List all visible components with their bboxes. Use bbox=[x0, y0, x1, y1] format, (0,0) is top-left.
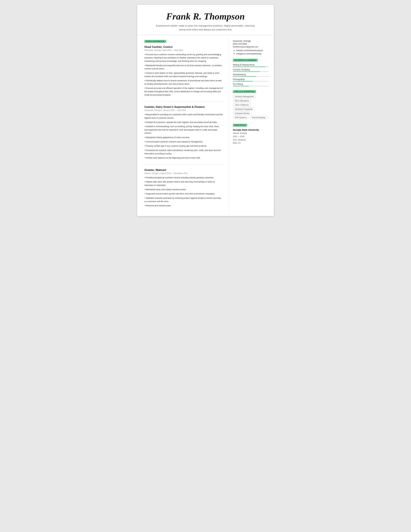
interest-item: Photography bbox=[233, 78, 269, 82]
interests-section: INTERESTS & HOBBIES Writing & Playing Mu… bbox=[233, 58, 269, 86]
skill-tag: Stocking & Supplying bbox=[233, 107, 255, 111]
job-bullet: • Ensured accurate and efficient operati… bbox=[144, 86, 223, 96]
edu-block: Georgia State University Atlanta, Georgi… bbox=[233, 129, 269, 145]
interest-bar-bg bbox=[233, 76, 269, 77]
linkedin-url: linkedin.com/in/frankrthompson bbox=[236, 49, 263, 52]
contact-location: Savannah, Georgia bbox=[233, 40, 269, 42]
job-bullet: • Arrived to work station on time, appro… bbox=[144, 71, 223, 78]
interests-block: Writing & Playing Music Ceramic Sculptin… bbox=[233, 64, 269, 86]
skill-tag: Record Keeping bbox=[250, 116, 267, 119]
resume-page: Frank R. Thompson Experienced cashier re… bbox=[137, 5, 274, 216]
job-bullet: • Ensured each customer receives outstan… bbox=[144, 53, 223, 63]
job-bullet: • Assisted in merchandising, such as sto… bbox=[144, 125, 223, 135]
interests-label: INTERESTS & HOBBIES bbox=[233, 59, 258, 62]
left-column: WORK EXPERIENCE Head Cashier, Costco Sav… bbox=[137, 35, 229, 216]
contact-phone: (912) 224-9452 bbox=[233, 43, 269, 45]
job-title: Greeter, Walmart bbox=[144, 169, 223, 172]
edu-school: Georgia State University bbox=[233, 129, 269, 131]
interest-bar-fill bbox=[233, 81, 253, 82]
header-section: Frank R. Thompson Experienced cashier re… bbox=[137, 5, 274, 35]
interest-label: Fly Fishing bbox=[233, 83, 269, 85]
job-block: Cashier, Dairy Green's Supermarket & Flo… bbox=[144, 105, 223, 165]
edu-gpa: GPA: 3.2 bbox=[233, 142, 269, 145]
interest-label: Ceramic Sculpting bbox=[233, 68, 269, 71]
interest-item: Ceramic Sculpting bbox=[233, 68, 269, 72]
interest-bar-fill bbox=[233, 66, 265, 67]
body-section: WORK EXPERIENCE Head Cashier, Costco Sav… bbox=[137, 35, 274, 216]
contact-email: frankthompson@gmail.com bbox=[233, 46, 269, 48]
instagram-url: instagram.com/in/quitefrankly bbox=[236, 53, 261, 55]
interest-item: Writing & Playing Music bbox=[233, 64, 269, 67]
work-experience-label: WORK EXPERIENCE bbox=[144, 40, 166, 43]
job-bullet: • Properly verified age of any customer … bbox=[144, 144, 223, 148]
skill-tag: Order Fulfillment bbox=[233, 103, 251, 106]
job-bullet: • Communicated customer concerns and req… bbox=[144, 140, 223, 143]
job-bullet: • Retrieved and stocked carts. bbox=[144, 204, 223, 208]
job-bullet: • Greeted all customers, operate the cas… bbox=[144, 121, 223, 124]
job-bullet: • Maintained clean and orderly checkout … bbox=[144, 188, 223, 191]
skill-tag: Inventory Management bbox=[233, 95, 256, 98]
job-bullet: • Processed all customer sales transacti… bbox=[144, 149, 223, 155]
interest-bar-fill bbox=[233, 76, 256, 77]
candidate-name: Frank R. Thompson bbox=[147, 11, 264, 22]
skill-tag: POS Systems bbox=[233, 116, 249, 119]
job-bullet: • Helped sales desk with product returns… bbox=[144, 180, 223, 187]
job-title: Head Cashier, Costco bbox=[144, 45, 223, 49]
edu-years: 2012 — 2016 bbox=[233, 135, 269, 138]
tagline: Experienced cashier ready to grow into m… bbox=[156, 24, 255, 31]
education-section: EDUCATION Georgia State University Atlan… bbox=[233, 124, 269, 145]
interest-bar-fill bbox=[233, 71, 260, 72]
interest-bar-bg bbox=[233, 66, 269, 67]
skills-section: SKILLS & EXPERTISE Inventory Management … bbox=[233, 90, 269, 120]
interest-bar-fill bbox=[233, 86, 249, 86]
skill-tag: Store Operations bbox=[233, 99, 251, 102]
job-bullet: • Periodically walked store to ensure aw… bbox=[144, 79, 223, 86]
job-bullet: • Maintained orderly appearance of check… bbox=[144, 136, 223, 139]
interest-bar-bg bbox=[233, 86, 269, 86]
interest-label: Writing & Playing Music bbox=[233, 64, 269, 66]
linkedin-line: in linkedin.com/in/frankrthompson bbox=[233, 49, 269, 52]
interest-bar-bg bbox=[233, 71, 269, 72]
job-block: Head Cashier, Costco Savannah, Georgia •… bbox=[144, 45, 223, 102]
instagram-icon: ⊙ bbox=[233, 52, 235, 55]
right-column: Savannah, Georgia (912) 224-9452 frankth… bbox=[229, 35, 274, 216]
job-meta: Atlanta, Georgia • August 2013 — Decembe… bbox=[144, 172, 223, 174]
interest-label: Photography bbox=[233, 78, 269, 80]
job-bullet: • Responsible for providing our customer… bbox=[144, 113, 223, 120]
interest-label: Homebrewing bbox=[233, 73, 269, 76]
linkedin-icon: in bbox=[233, 49, 235, 52]
job-bullet: • Supported and promoted special sale it… bbox=[144, 192, 223, 196]
job-bullet: • Verified cash balances at the beginnin… bbox=[144, 156, 223, 160]
job-bullet: • Validated customer purchase by checkin… bbox=[144, 197, 223, 203]
job-title: Cashier, Dairy Green's Supermarket & Flo… bbox=[144, 105, 223, 109]
instagram-line: ⊙ instagram.com/in/quitefrankly bbox=[233, 52, 269, 55]
skills-block: Inventory Management Store Operations Or… bbox=[233, 95, 269, 120]
skill-tag: Customer Service bbox=[233, 112, 252, 115]
job-bullet: • Maintained friendly and respectful dec… bbox=[144, 64, 223, 70]
job-bullet: • Provided exceptional customer service … bbox=[144, 176, 223, 180]
skills-label: SKILLS & EXPERTISE bbox=[233, 90, 256, 93]
job-meta: Savannah, Georgia • April 2016 — May 201… bbox=[144, 49, 223, 51]
education-label: EDUCATION bbox=[233, 124, 247, 127]
job-meta: Savannah, Georgia • January 2015 — April… bbox=[144, 109, 223, 111]
edu-location: Atlanta, Georgia bbox=[233, 132, 269, 135]
interest-bar-bg bbox=[233, 81, 269, 82]
edu-degree: AAS, Ceramics bbox=[233, 138, 269, 142]
interest-item: Fly Fishing bbox=[233, 83, 269, 86]
job-block: Greeter, Walmart Atlanta, Georgia • Augu… bbox=[144, 169, 223, 208]
contact-block: Savannah, Georgia (912) 224-9452 frankth… bbox=[233, 40, 269, 55]
interest-item: Homebrewing bbox=[233, 73, 269, 77]
